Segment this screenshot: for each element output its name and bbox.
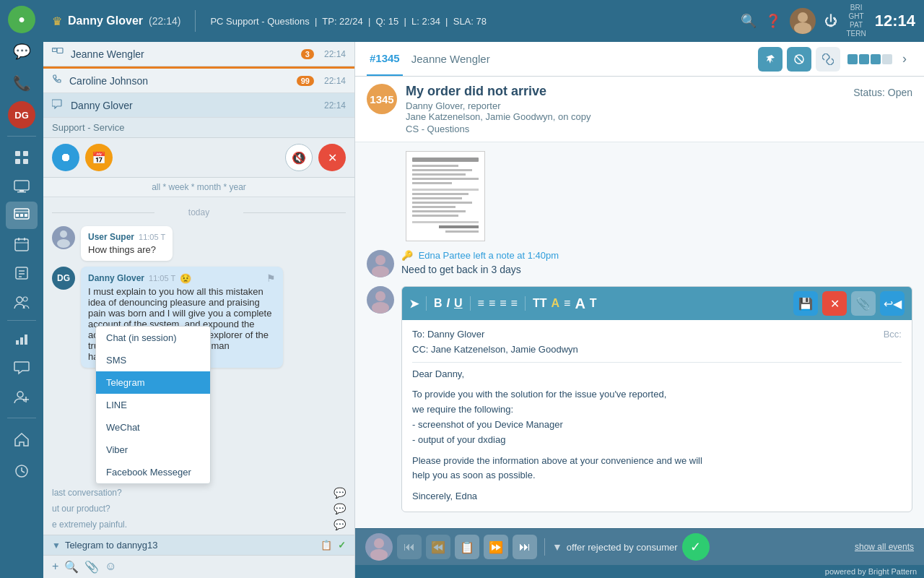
nav-icon-clock[interactable] — [6, 457, 38, 485]
agent-avatar[interactable]: DG — [8, 101, 35, 129]
align-right-button[interactable]: ≡ — [511, 297, 518, 310]
prev-button[interactable]: ⏪ — [426, 535, 450, 559]
reply-body-line1: To provide you with the solution for the… — [412, 387, 902, 402]
align-center-button[interactable]: ≡ — [500, 297, 506, 310]
conversation-item-danny[interactable]: Danny Glover 22:14 — [43, 93, 354, 118]
dot-3 — [871, 54, 881, 64]
conversation-item-caroline[interactable]: Caroline Johnson 99 22:14 — [43, 69, 354, 93]
forward-button[interactable]: ⏩ — [484, 535, 508, 559]
dropdown-item-viber[interactable]: Viber — [96, 439, 210, 461]
record-button[interactable]: ⏺ — [52, 144, 79, 171]
calendar-button[interactable]: 📅 — [85, 144, 113, 171]
copy-button[interactable]: 📋 — [455, 535, 479, 559]
receipt-header-line — [412, 158, 479, 162]
channel-selector[interactable]: ▼ Telegram to dannyg13 📋 ✓ — [43, 535, 354, 555]
dropdown-item-wechat[interactable]: WeChat — [96, 416, 210, 439]
underline-button[interactable]: U — [454, 297, 463, 310]
mute-button[interactable]: 🔇 — [285, 144, 313, 171]
list-button[interactable]: ≡ — [478, 297, 484, 310]
dropdown-item-chat[interactable]: Chat (in session) — [96, 327, 210, 349]
attach-reply-button[interactable]: 📎 — [851, 291, 876, 316]
save-reply-button[interactable]: 💾 — [793, 291, 818, 316]
flag-icon[interactable]: ⚑ — [266, 272, 276, 284]
nav-icon-app[interactable] — [6, 202, 38, 229]
bar-separator — [544, 538, 545, 556]
avatar-user-super — [52, 226, 75, 249]
reply-send-icon[interactable]: ➤ — [409, 297, 419, 311]
nav-icon-chat-bubble[interactable] — [6, 354, 38, 381]
reply-to-cc: To: Danny Glover CC: Jane Katzenelson, J… — [412, 327, 578, 358]
svg-point-43 — [375, 291, 385, 301]
nav-icon-tasks[interactable] — [6, 259, 38, 287]
italic-button[interactable]: I — [447, 297, 450, 310]
note-text: Need to get back in 3 days — [401, 264, 912, 275]
font-size-button[interactable]: ≡ — [564, 297, 570, 310]
ticket-tab-bar: #1345 Jeanne Wengler › — [355, 42, 924, 77]
status-indicator[interactable]: ● — [8, 6, 35, 33]
dropdown-item-line[interactable]: LINE — [96, 394, 210, 416]
nav-icon-monitor[interactable] — [6, 173, 38, 200]
receipt-total — [439, 225, 479, 228]
topbar-divider — [195, 10, 196, 32]
bold-button[interactable]: B — [434, 297, 443, 310]
divider2 — [7, 320, 36, 321]
compose-plus-icon[interactable]: + — [52, 560, 58, 574]
rewind-button[interactable]: ⏮ — [397, 535, 422, 559]
nav-icon-calendar[interactable] — [6, 230, 38, 258]
reply-body-line6: Please provide the information above at … — [412, 454, 902, 469]
dropdown-item-facebook[interactable]: Facebook Messeger — [96, 461, 210, 483]
dropdown-item-telegram[interactable]: Telegram — [96, 371, 210, 394]
search-icon[interactable]: 🔍 — [741, 13, 757, 29]
note-header: 🔑 Edna Partee left a note at 1:40pm — [401, 250, 912, 261]
agent-time: (22:14) — [149, 15, 180, 27]
dropdown-item-sms[interactable]: SMS — [96, 349, 210, 371]
block-button[interactable] — [787, 47, 811, 72]
show-all-events-link[interactable]: show all events — [855, 542, 914, 552]
bottom-action-section: ⏮ ⏪ 📋 ⏩ ⏭ ▼ offer rejected by consumer ✓… — [355, 528, 924, 565]
compose-copy-icon[interactable]: 📋 — [321, 540, 332, 551]
note-row: 🔑 Edna Partee left a note at 1:40pm Need… — [367, 250, 912, 277]
accept-offer-button[interactable]: ✓ — [682, 533, 710, 561]
power-icon[interactable]: ⏻ — [824, 14, 837, 29]
sep2 — [470, 296, 471, 311]
crown-icon: ♛ — [52, 14, 62, 28]
ticket-tab-1345[interactable]: #1345 — [367, 42, 403, 76]
receipt-attachment[interactable] — [406, 151, 485, 241]
font-t-button[interactable]: T — [590, 297, 597, 310]
support-label: Support - Service — [43, 118, 354, 138]
svg-line-30 — [22, 471, 25, 473]
svg-point-45 — [374, 538, 384, 548]
compose-attach-icon[interactable]: 📎 — [84, 560, 99, 574]
chat-icon[interactable]: 💬 — [8, 38, 35, 65]
sep1 — [426, 296, 427, 311]
nav-icon-user-plus[interactable] — [6, 383, 38, 410]
help-icon[interactable]: ❓ — [765, 13, 781, 29]
align-left-button[interactable]: ≡ — [489, 297, 495, 310]
nav-icon-chart[interactable] — [6, 325, 38, 353]
collapse-button[interactable]: › — [897, 47, 912, 72]
svg-rect-10 — [20, 214, 23, 217]
font-large-button[interactable]: A — [575, 296, 585, 312]
chat-icon-danny — [52, 99, 64, 111]
dot-2 — [859, 54, 869, 64]
link-button[interactable] — [816, 47, 840, 72]
conv-name-jeanne: Jeanne Wengler — [71, 48, 294, 60]
pin-button[interactable] — [758, 47, 783, 72]
conversation-item-jeanne[interactable]: Jeanne Wengler 3 22:14 — [43, 42, 354, 66]
fast-forward-button[interactable]: ⏭ — [513, 535, 537, 559]
end-button[interactable]: ✕ — [318, 144, 346, 171]
cancel-reply-button[interactable]: ✕ — [822, 291, 847, 316]
phone-icon[interactable]: 📞 — [8, 69, 35, 97]
nav-icon-home[interactable] — [6, 426, 38, 453]
nav-icon-grid[interactable] — [6, 144, 38, 171]
compose-search-icon[interactable]: 🔍 — [64, 560, 79, 574]
font-a-button[interactable]: A — [552, 297, 560, 310]
ticket-subject-header: Jeanne Wengler — [411, 53, 490, 65]
filter-row[interactable]: all * week * month * year — [43, 178, 354, 197]
compose-check-icon[interactable]: ✓ — [338, 540, 346, 551]
nav-icon-people[interactable] — [6, 288, 38, 316]
user-photo[interactable] — [790, 8, 816, 34]
font-tt-button[interactable]: TT — [533, 297, 547, 310]
send-reply-button[interactable]: ↩◀ — [880, 291, 905, 316]
compose-emoji-icon[interactable]: ☺ — [105, 560, 116, 574]
